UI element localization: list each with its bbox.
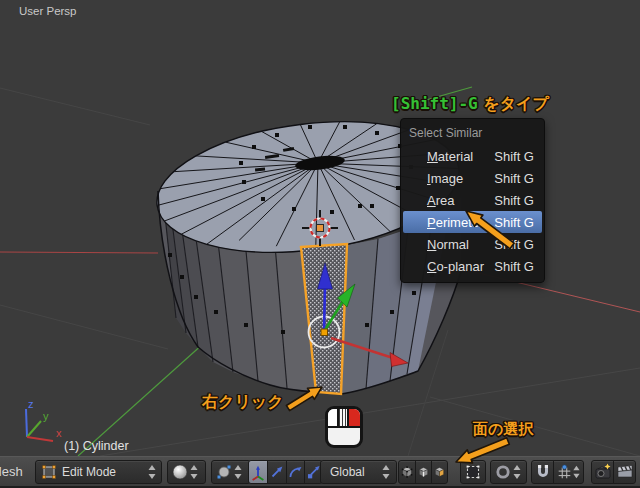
camera-icon — [593, 462, 613, 482]
shortcut-suffix-text: をタイプ — [478, 94, 549, 113]
chevron-updown-icon — [381, 463, 391, 481]
solid-shading-sphere-icon — [171, 462, 189, 482]
face-select-annotation: 面の選択 — [473, 420, 533, 439]
axis-z-label: z — [28, 398, 34, 410]
view-label: User Persp — [19, 5, 77, 17]
select-mode-group — [398, 460, 448, 484]
proportional-circle-icon — [494, 462, 512, 482]
pivot-point-dropdown[interactable] — [211, 460, 251, 484]
render-group — [591, 460, 636, 484]
render-animation-button[interactable] — [613, 460, 636, 484]
blender-window: User Persp (1) Cylinder z y x Select Sim… — [0, 0, 640, 488]
snap-element-dropdown[interactable] — [553, 460, 584, 484]
mouse-buttons — [328, 409, 360, 428]
snap-magnet-button[interactable] — [531, 460, 554, 484]
menu-item-image[interactable]: Image Shift G — [403, 167, 542, 189]
menu-title: Select Similar — [401, 122, 544, 145]
rotate-manipulator-button[interactable] — [286, 460, 305, 484]
menu-item-perimeter[interactable]: Perimeter Shift G — [403, 211, 542, 233]
chevron-updown-icon — [572, 463, 581, 481]
edit-mode-icon — [40, 462, 58, 482]
snap-group — [531, 460, 584, 484]
pivot-median-icon — [215, 462, 233, 482]
translate-arrow-icon — [268, 462, 286, 482]
mouse-right-click-icon — [325, 406, 363, 448]
mouse-left-button — [328, 409, 339, 426]
header-toolbar: Mesh Edit Mode — [0, 456, 640, 486]
snap-increment-icon — [556, 462, 572, 482]
chevron-updown-icon — [189, 463, 199, 481]
chevron-updown-icon — [147, 463, 157, 481]
dashed-square-icon — [463, 462, 483, 482]
render-still-button[interactable] — [591, 460, 614, 484]
shortcut-key-text: [Shift]-G — [391, 94, 478, 113]
rotate-arc-icon — [287, 462, 304, 482]
menu-item-normal[interactable]: Normal Shift G — [403, 233, 542, 255]
chevron-updown-icon — [233, 463, 243, 481]
translate-manipulator-button[interactable] — [267, 460, 287, 484]
viewport-shading-dropdown[interactable] — [167, 460, 206, 484]
select-similar-menu: Select Similar Material Shift G Image Sh… — [400, 118, 545, 283]
menu-item-material[interactable]: Material Shift G — [403, 145, 542, 167]
menu-item-area[interactable]: Area Shift G — [403, 189, 542, 211]
face-select-button[interactable] — [431, 460, 448, 484]
mouse-wheel — [339, 409, 349, 426]
proportional-edit-dropdown[interactable] — [490, 460, 527, 484]
limit-selection-button[interactable] — [460, 460, 486, 484]
mouse-right-button-highlight — [349, 409, 360, 426]
face-select-icon — [432, 463, 447, 481]
axis-x-label: x — [56, 427, 62, 439]
menu-item-coplanar[interactable]: Co-planar Shift G — [403, 255, 542, 277]
right-click-annotation: 右クリック — [202, 392, 284, 413]
mesh-menu-label[interactable]: Mesh — [0, 464, 23, 479]
axis-y-label: y — [43, 410, 49, 422]
axis-tripod-icon — [249, 462, 267, 482]
vertex-select-button[interactable] — [398, 460, 416, 484]
magnet-icon — [533, 462, 553, 482]
orientation-dropdown[interactable]: Global — [320, 460, 397, 484]
edge-select-icon — [416, 463, 431, 481]
mini-axis-gizmo: z y x — [8, 398, 68, 450]
clapperboard-icon — [615, 462, 635, 482]
manipulator-toggle-button[interactable] — [248, 460, 268, 484]
edge-select-button[interactable] — [415, 460, 432, 484]
object-name-label: (1) Cylinder — [64, 439, 129, 453]
manipulator-group — [248, 460, 323, 484]
shortcut-annotation: [Shift]-G をタイプ — [391, 94, 549, 115]
mode-dropdown[interactable]: Edit Mode — [35, 460, 162, 484]
vertex-select-icon — [399, 463, 415, 481]
chevron-updown-icon — [512, 463, 522, 481]
